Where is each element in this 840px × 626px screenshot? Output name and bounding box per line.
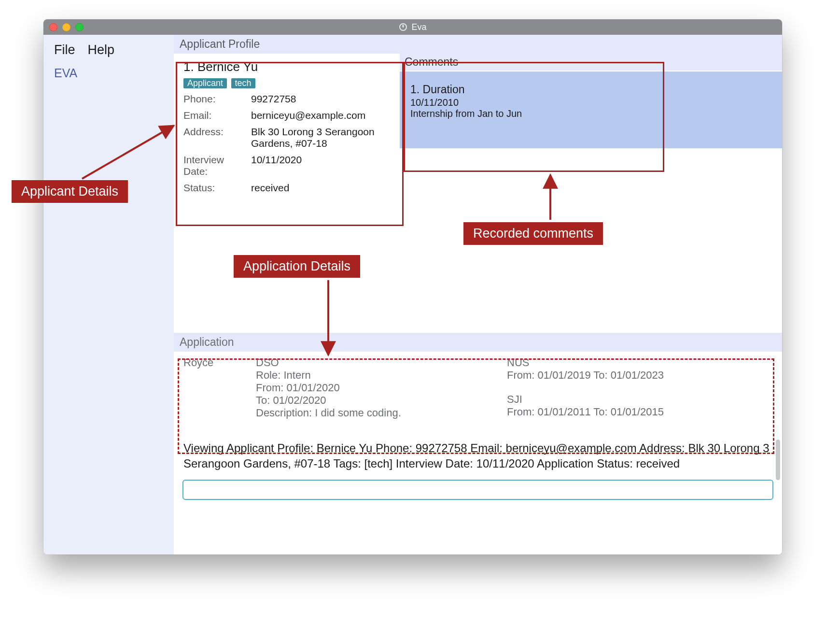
scrollbar-thumb[interactable] bbox=[776, 440, 780, 480]
comment-text: Internship from Jan to Jun bbox=[410, 108, 771, 119]
edu2-range: From: 01/01/2011 To: 01/01/2015 bbox=[507, 406, 772, 418]
menu-file[interactable]: File bbox=[54, 43, 75, 57]
application-col-education: NUS From: 01/01/2019 To: 01/01/2023 SJI … bbox=[507, 356, 772, 430]
status-value: received bbox=[251, 182, 393, 194]
result-text: Viewing Applicant Profile: Bernice Yu Ph… bbox=[183, 441, 770, 470]
edu1-name: NUS bbox=[507, 356, 772, 369]
exp-org: DSO bbox=[256, 356, 507, 369]
application-col-name: Royce bbox=[183, 356, 256, 430]
applicant-details-card: 1. Bernice Yu Applicant tech Phone:99272… bbox=[174, 54, 400, 202]
exp-desc: Description: I did some coding. bbox=[256, 407, 507, 419]
main-content: Applicant Profile 1. Bernice Yu Applican… bbox=[174, 35, 782, 555]
exp-to: To: 01/02/2020 bbox=[256, 394, 507, 407]
window-title-text: Eva bbox=[411, 22, 426, 32]
applicant-name: 1. Bernice Yu bbox=[183, 59, 393, 74]
application-section: Application Royce DSO Role: Intern From:… bbox=[174, 333, 782, 438]
sidebar: File Help EVA bbox=[43, 35, 174, 555]
command-input[interactable] bbox=[182, 480, 773, 500]
applicant-profile-header: Applicant Profile bbox=[174, 35, 782, 54]
brand-label: EVA bbox=[43, 62, 174, 84]
app-window: Eva File Help EVA Applicant Profile 1. B… bbox=[43, 19, 782, 555]
exp-role: Role: Intern bbox=[256, 369, 507, 382]
email-value: berniceyu@example.com bbox=[251, 110, 393, 121]
comment-item[interactable]: 1. Duration 10/11/2010 Internship from J… bbox=[400, 71, 782, 148]
result-display: Viewing Applicant Profile: Bernice Yu Ph… bbox=[174, 438, 782, 477]
address-label: Address: bbox=[183, 126, 251, 149]
comment-title: 1. Duration bbox=[410, 83, 771, 96]
menubar: File Help bbox=[43, 35, 174, 62]
svg-rect-1 bbox=[403, 25, 404, 28]
edu2-name: SJI bbox=[507, 393, 772, 406]
address-value: Blk 30 Lorong 3 Serangoon Gardens, #07-1… bbox=[251, 126, 393, 149]
exp-from: From: 01/01/2020 bbox=[256, 382, 507, 394]
edu1-range: From: 01/01/2019 To: 01/01/2023 bbox=[507, 369, 772, 382]
interview-label: Interview Date: bbox=[183, 154, 251, 177]
titlebar: Eva bbox=[43, 19, 782, 35]
window-title: Eva bbox=[43, 22, 782, 32]
app-icon bbox=[399, 23, 407, 31]
interview-value: 10/11/2020 bbox=[251, 154, 393, 177]
application-header: Application bbox=[174, 333, 782, 352]
phone-value: 99272758 bbox=[251, 93, 393, 105]
comment-date: 10/11/2010 bbox=[410, 97, 771, 108]
application-col-experience: DSO Role: Intern From: 01/01/2020 To: 01… bbox=[256, 356, 507, 430]
email-label: Email: bbox=[183, 110, 251, 121]
comments-header: Comments bbox=[400, 54, 782, 71]
comments-pane: Comments 1. Duration 10/11/2010 Internsh… bbox=[400, 54, 782, 202]
status-label: Status: bbox=[183, 182, 251, 194]
menu-help[interactable]: Help bbox=[88, 43, 115, 57]
phone-label: Phone: bbox=[183, 93, 251, 105]
tag-tech: tech bbox=[231, 78, 255, 88]
tag-applicant: Applicant bbox=[183, 78, 227, 88]
